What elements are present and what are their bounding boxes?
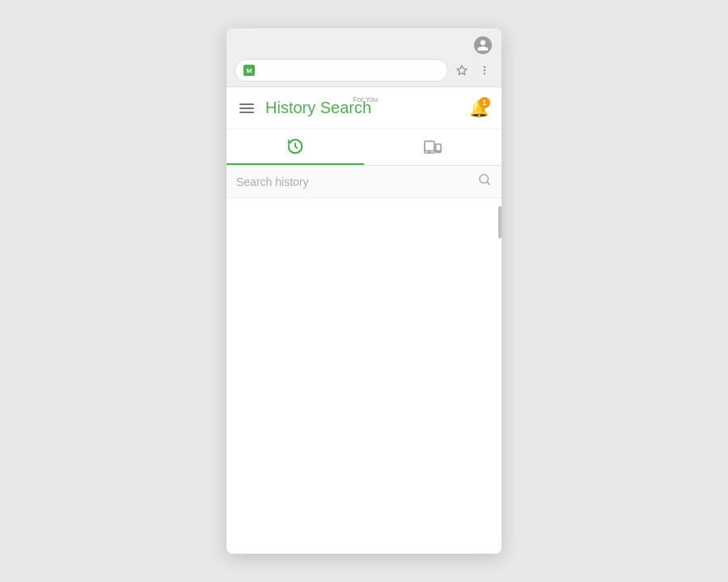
search-bar <box>226 166 502 198</box>
notification-button[interactable]: 🔔 1 <box>466 95 492 121</box>
svg-point-9 <box>429 151 430 152</box>
svg-point-1 <box>484 66 485 68</box>
notification-badge: 1 <box>479 97 490 108</box>
hamburger-button[interactable] <box>236 100 257 116</box>
svg-point-2 <box>484 70 485 71</box>
tab-devices[interactable] <box>364 129 502 165</box>
devices-icon <box>424 137 442 155</box>
tabs-row <box>226 129 502 166</box>
browser-chrome: M <box>226 28 502 86</box>
svg-point-10 <box>438 151 438 152</box>
browser-omnibox-row: M <box>235 59 493 86</box>
scrollbar-thumb <box>498 206 502 238</box>
omnibox-favicon: M <box>243 65 255 76</box>
scrollbar-track[interactable] <box>498 198 502 554</box>
tab-history[interactable] <box>226 129 364 165</box>
svg-point-11 <box>480 175 489 183</box>
for-you-badge: For You <box>353 95 378 103</box>
history-icon <box>286 137 304 155</box>
omnibox[interactable]: M <box>235 59 448 82</box>
browser-window: M History Search <box>226 28 502 554</box>
svg-point-3 <box>484 73 485 74</box>
browser-top-row <box>235 33 493 59</box>
app-container: History Search For You 🔔 1 <box>226 86 502 554</box>
more-menu-icon[interactable] <box>476 61 493 79</box>
search-icon[interactable] <box>477 172 492 191</box>
content-area <box>226 198 502 554</box>
profile-avatar[interactable] <box>474 36 492 54</box>
bookmark-icon[interactable] <box>453 61 471 79</box>
search-input[interactable] <box>236 175 471 188</box>
app-header: History Search For You 🔔 1 <box>226 87 502 129</box>
svg-line-12 <box>487 182 489 184</box>
svg-marker-0 <box>457 65 467 74</box>
